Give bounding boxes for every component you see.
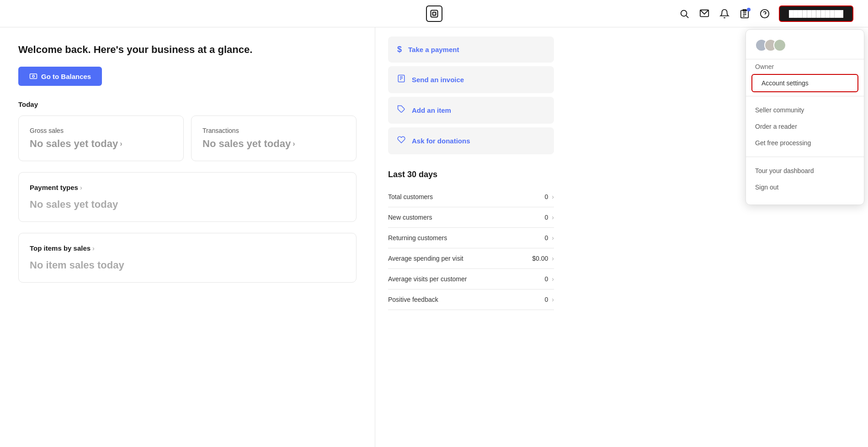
today-label: Today	[18, 100, 357, 108]
user-menu-button[interactable]: ████████████	[779, 5, 853, 22]
metric-positive-feedback-right: 0 ›	[545, 296, 554, 303]
tour-dashboard-item[interactable]: Tour your dashboard	[746, 163, 864, 179]
send-invoice-button[interactable]: Send an invoice	[388, 66, 554, 93]
header-right: ████████████	[434, 5, 854, 22]
dropdown-section-bottom: Tour your dashboard Sign out	[746, 161, 864, 197]
top-items-value: No item sales today	[30, 259, 345, 271]
top-items-title[interactable]: Top items by sales ›	[30, 244, 345, 252]
transactions-label: Transactions	[202, 127, 345, 134]
dropdown-owner-label: Owner	[746, 61, 864, 74]
left-content: Welcome back. Here's your business at a …	[0, 27, 375, 447]
notification-dot	[747, 8, 751, 11]
invoice-icon	[397, 74, 405, 85]
metric-avg-visits[interactable]: Average visits per customer 0 ›	[388, 269, 554, 289]
gross-sales-card: Gross sales No sales yet today ›	[18, 116, 184, 161]
account-settings-item[interactable]: Account settings	[751, 74, 858, 92]
metric-avg-visits-value: 0	[545, 275, 548, 283]
header-center	[426, 5, 442, 22]
header: ████████████	[0, 0, 868, 27]
metric-new-customers-chevron: ›	[552, 214, 554, 221]
metric-avg-visits-right: 0 ›	[545, 275, 554, 283]
metric-avg-spending-right: $0.00 ›	[532, 255, 554, 262]
order-reader-item[interactable]: Order a reader	[746, 118, 864, 135]
metric-total-customers-right: 0 ›	[545, 193, 554, 200]
transactions-card: Transactions No sales yet today ›	[191, 116, 357, 161]
payment-types-card: Payment types › No sales yet today	[18, 172, 357, 222]
bell-icon[interactable]	[719, 8, 730, 20]
metric-new-customers-value: 0	[545, 214, 548, 221]
square-logo	[426, 5, 442, 22]
svg-point-13	[32, 75, 35, 78]
dropdown-divider-1	[746, 96, 864, 96]
balances-icon	[29, 72, 37, 80]
avatar-3	[773, 39, 786, 52]
main-layout: Welcome back. Here's your business at a …	[0, 27, 868, 447]
dropdown-overlay: Owner Account settings Seller community …	[746, 27, 868, 205]
last-30-title: Last 30 days	[388, 170, 554, 179]
take-payment-button[interactable]: $ Take a payment	[388, 37, 554, 63]
transactions-value[interactable]: No sales yet today ›	[202, 138, 345, 150]
metric-new-customers-label: New customers	[388, 214, 432, 221]
dropdown-divider-2	[746, 157, 864, 157]
help-icon[interactable]	[759, 8, 771, 20]
gross-sales-chevron: ›	[120, 140, 122, 148]
metric-positive-feedback[interactable]: Positive feedback 0 ›	[388, 289, 554, 310]
payment-types-chevron: ›	[80, 184, 82, 191]
svg-rect-1	[432, 12, 436, 15]
stats-row: Gross sales No sales yet today › Transac…	[18, 116, 357, 161]
top-items-chevron: ›	[92, 245, 95, 252]
top-items-card: Top items by sales › No item sales today	[18, 233, 357, 283]
go-to-balances-label: Go to Balances	[41, 73, 91, 80]
metric-avg-spending-chevron: ›	[552, 255, 554, 262]
right-panel: $ Take a payment Send an invoice	[375, 27, 567, 447]
gross-sales-label: Gross sales	[30, 127, 172, 134]
metric-returning-customers-value: 0	[545, 234, 548, 242]
metric-total-customers-label: Total customers	[388, 193, 433, 200]
metrics-list: Total customers 0 › New customers 0 › Re…	[388, 187, 554, 310]
gross-sales-value[interactable]: No sales yet today ›	[30, 138, 172, 150]
clipboard-icon[interactable]	[739, 8, 751, 20]
metric-positive-feedback-value: 0	[545, 296, 548, 303]
metric-avg-spending-label: Average spending per visit	[388, 255, 463, 262]
dropdown-menu: Owner Account settings Seller community …	[746, 29, 864, 205]
metric-avg-spending-value: $0.00	[532, 255, 548, 262]
svg-rect-0	[431, 10, 437, 17]
seller-community-item[interactable]: Seller community	[746, 102, 864, 118]
metric-avg-visits-chevron: ›	[552, 275, 554, 283]
metric-positive-feedback-chevron: ›	[552, 296, 554, 303]
sign-out-item[interactable]: Sign out	[746, 179, 864, 195]
tag-icon	[397, 105, 405, 116]
metric-avg-visits-label: Average visits per customer	[388, 275, 467, 283]
metric-returning-customers-chevron: ›	[552, 234, 554, 242]
transactions-chevron: ›	[293, 140, 295, 148]
welcome-title: Welcome back. Here's your business at a …	[18, 44, 357, 56]
go-to-balances-button[interactable]: Go to Balances	[18, 67, 102, 86]
metric-new-customers[interactable]: New customers 0 ›	[388, 207, 554, 228]
metric-new-customers-right: 0 ›	[545, 214, 554, 221]
add-item-button[interactable]: Add an item	[388, 97, 554, 124]
payment-types-title[interactable]: Payment types ›	[30, 184, 345, 191]
dropdown-user-section	[746, 37, 864, 59]
svg-rect-12	[30, 74, 37, 79]
metric-returning-customers-right: 0 ›	[545, 234, 554, 242]
metric-total-customers-chevron: ›	[552, 193, 554, 200]
metric-positive-feedback-label: Positive feedback	[388, 296, 438, 303]
user-avatar-stack	[755, 39, 786, 52]
metric-returning-customers[interactable]: Returning customers 0 ›	[388, 228, 554, 248]
quick-actions: $ Take a payment Send an invoice	[388, 37, 554, 157]
metric-avg-spending[interactable]: Average spending per visit $0.00 ›	[388, 248, 554, 269]
dollar-icon: $	[397, 45, 402, 54]
metric-returning-customers-label: Returning customers	[388, 234, 447, 242]
heart-icon	[397, 136, 405, 146]
search-icon[interactable]	[678, 8, 690, 20]
get-free-processing-item[interactable]: Get free processing	[746, 135, 864, 151]
chat-icon[interactable]	[698, 8, 710, 20]
metric-total-customers[interactable]: Total customers 0 ›	[388, 187, 554, 207]
ask-donations-button[interactable]: Ask for donations	[388, 127, 554, 154]
svg-point-2	[681, 10, 687, 16]
payment-types-value: No sales yet today	[30, 199, 345, 210]
dropdown-section-links: Seller community Order a reader Get free…	[746, 100, 864, 153]
svg-line-3	[686, 16, 688, 18]
metric-total-customers-value: 0	[545, 193, 548, 200]
